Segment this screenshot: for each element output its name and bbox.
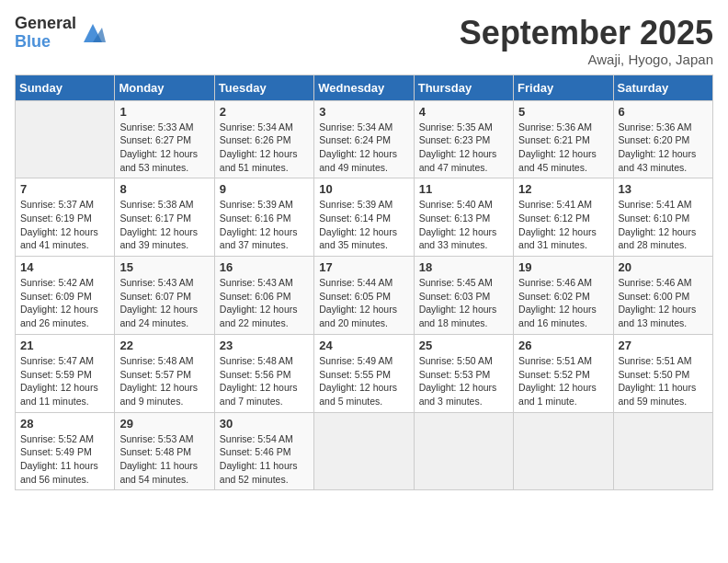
day-info: Sunrise: 5:41 AM Sunset: 6:12 PM Dayligh… bbox=[518, 198, 608, 252]
calendar-table: SundayMondayTuesdayWednesdayThursdayFrid… bbox=[15, 75, 713, 491]
calendar-cell: 13Sunrise: 5:41 AM Sunset: 6:10 PM Dayli… bbox=[613, 178, 712, 257]
day-number: 15 bbox=[119, 260, 209, 274]
day-info: Sunrise: 5:43 AM Sunset: 6:06 PM Dayligh… bbox=[220, 276, 309, 330]
calendar-cell: 26Sunrise: 5:51 AM Sunset: 5:52 PM Dayli… bbox=[514, 334, 613, 412]
day-number: 1 bbox=[119, 105, 209, 119]
logo-general: General bbox=[15, 15, 76, 33]
day-number: 20 bbox=[619, 260, 708, 274]
day-number: 27 bbox=[619, 339, 708, 352]
day-number: 14 bbox=[20, 260, 109, 274]
calendar-cell bbox=[514, 412, 613, 490]
calendar-cell: 19Sunrise: 5:46 AM Sunset: 6:02 PM Dayli… bbox=[514, 257, 613, 335]
day-info: Sunrise: 5:44 AM Sunset: 6:05 PM Dayligh… bbox=[319, 276, 408, 330]
title-block: September 2025 Awaji, Hyogo, Japan bbox=[460, 15, 713, 67]
calendar-cell: 9Sunrise: 5:39 AM Sunset: 6:16 PM Daylig… bbox=[214, 178, 313, 257]
calendar-cell bbox=[314, 412, 414, 490]
calendar-cell: 14Sunrise: 5:42 AM Sunset: 6:09 PM Dayli… bbox=[16, 257, 115, 335]
day-info: Sunrise: 5:51 AM Sunset: 5:50 PM Dayligh… bbox=[619, 354, 708, 408]
col-header-tuesday: Tuesday bbox=[214, 75, 313, 100]
calendar-cell: 28Sunrise: 5:52 AM Sunset: 5:49 PM Dayli… bbox=[16, 412, 115, 490]
day-number: 6 bbox=[619, 105, 708, 119]
calendar-cell: 7Sunrise: 5:37 AM Sunset: 6:19 PM Daylig… bbox=[16, 178, 115, 257]
day-number: 22 bbox=[119, 339, 209, 352]
calendar-cell: 15Sunrise: 5:43 AM Sunset: 6:07 PM Dayli… bbox=[115, 257, 214, 335]
day-info: Sunrise: 5:39 AM Sunset: 6:14 PM Dayligh… bbox=[319, 198, 408, 252]
calendar-cell: 5Sunrise: 5:36 AM Sunset: 6:21 PM Daylig… bbox=[514, 100, 613, 178]
calendar-cell: 6Sunrise: 5:36 AM Sunset: 6:20 PM Daylig… bbox=[613, 100, 712, 178]
day-number: 18 bbox=[419, 260, 508, 274]
day-info: Sunrise: 5:45 AM Sunset: 6:03 PM Dayligh… bbox=[419, 276, 508, 330]
day-info: Sunrise: 5:40 AM Sunset: 6:13 PM Dayligh… bbox=[419, 198, 508, 252]
day-number: 25 bbox=[419, 339, 508, 352]
page-header: General Blue September 2025 Awaji, Hyogo… bbox=[15, 15, 713, 67]
day-number: 4 bbox=[419, 105, 508, 119]
calendar-header-row: SundayMondayTuesdayWednesdayThursdayFrid… bbox=[16, 75, 713, 100]
day-number: 19 bbox=[518, 260, 608, 274]
day-info: Sunrise: 5:52 AM Sunset: 5:49 PM Dayligh… bbox=[20, 432, 109, 487]
week-row-1: 1Sunrise: 5:33 AM Sunset: 6:27 PM Daylig… bbox=[16, 100, 713, 178]
calendar-cell: 27Sunrise: 5:51 AM Sunset: 5:50 PM Dayli… bbox=[613, 334, 712, 412]
calendar-cell: 21Sunrise: 5:47 AM Sunset: 5:59 PM Dayli… bbox=[16, 334, 115, 412]
day-number: 29 bbox=[119, 417, 209, 431]
calendar-cell: 1Sunrise: 5:33 AM Sunset: 6:27 PM Daylig… bbox=[115, 100, 214, 178]
day-number: 9 bbox=[220, 182, 309, 196]
calendar-cell bbox=[613, 412, 712, 490]
week-row-3: 14Sunrise: 5:42 AM Sunset: 6:09 PM Dayli… bbox=[16, 257, 713, 335]
day-number: 24 bbox=[319, 339, 408, 352]
day-number: 17 bbox=[319, 260, 408, 274]
calendar-cell: 23Sunrise: 5:48 AM Sunset: 5:56 PM Dayli… bbox=[214, 334, 313, 412]
day-info: Sunrise: 5:35 AM Sunset: 6:23 PM Dayligh… bbox=[419, 121, 508, 175]
calendar-cell: 4Sunrise: 5:35 AM Sunset: 6:23 PM Daylig… bbox=[414, 100, 513, 178]
day-info: Sunrise: 5:33 AM Sunset: 6:27 PM Dayligh… bbox=[119, 121, 209, 175]
day-info: Sunrise: 5:34 AM Sunset: 6:26 PM Dayligh… bbox=[220, 121, 309, 175]
day-info: Sunrise: 5:34 AM Sunset: 6:24 PM Dayligh… bbox=[319, 121, 408, 175]
day-info: Sunrise: 5:50 AM Sunset: 5:53 PM Dayligh… bbox=[419, 354, 508, 408]
col-header-saturday: Saturday bbox=[613, 75, 712, 100]
calendar-cell: 17Sunrise: 5:44 AM Sunset: 6:05 PM Dayli… bbox=[314, 257, 414, 335]
calendar-cell: 24Sunrise: 5:49 AM Sunset: 5:55 PM Dayli… bbox=[314, 334, 414, 412]
day-info: Sunrise: 5:42 AM Sunset: 6:09 PM Dayligh… bbox=[20, 276, 109, 330]
logo-blue: Blue bbox=[15, 33, 76, 52]
calendar-cell: 3Sunrise: 5:34 AM Sunset: 6:24 PM Daylig… bbox=[314, 100, 414, 178]
day-number: 8 bbox=[119, 182, 209, 196]
day-number: 3 bbox=[319, 105, 408, 119]
day-info: Sunrise: 5:54 AM Sunset: 5:46 PM Dayligh… bbox=[220, 432, 309, 487]
day-info: Sunrise: 5:38 AM Sunset: 6:17 PM Dayligh… bbox=[119, 198, 209, 252]
calendar-cell: 2Sunrise: 5:34 AM Sunset: 6:26 PM Daylig… bbox=[214, 100, 313, 178]
logo-text: General Blue bbox=[15, 15, 76, 52]
calendar-cell: 16Sunrise: 5:43 AM Sunset: 6:06 PM Dayli… bbox=[214, 257, 313, 335]
day-number: 10 bbox=[319, 182, 408, 196]
calendar-cell: 22Sunrise: 5:48 AM Sunset: 5:57 PM Dayli… bbox=[115, 334, 214, 412]
col-header-wednesday: Wednesday bbox=[314, 75, 414, 100]
calendar-cell: 11Sunrise: 5:40 AM Sunset: 6:13 PM Dayli… bbox=[414, 178, 513, 257]
day-number: 26 bbox=[518, 339, 608, 352]
week-row-5: 28Sunrise: 5:52 AM Sunset: 5:49 PM Dayli… bbox=[16, 412, 713, 490]
col-header-thursday: Thursday bbox=[414, 75, 513, 100]
day-number: 30 bbox=[220, 417, 309, 431]
day-number: 13 bbox=[619, 182, 708, 196]
day-number: 21 bbox=[20, 339, 109, 352]
day-info: Sunrise: 5:48 AM Sunset: 5:56 PM Dayligh… bbox=[220, 354, 309, 408]
day-info: Sunrise: 5:36 AM Sunset: 6:20 PM Dayligh… bbox=[619, 121, 708, 175]
calendar-cell: 12Sunrise: 5:41 AM Sunset: 6:12 PM Dayli… bbox=[514, 178, 613, 257]
logo-icon bbox=[80, 20, 106, 46]
day-number: 23 bbox=[220, 339, 309, 352]
calendar-cell: 18Sunrise: 5:45 AM Sunset: 6:03 PM Dayli… bbox=[414, 257, 513, 335]
month-title: September 2025 bbox=[460, 15, 713, 52]
day-info: Sunrise: 5:49 AM Sunset: 5:55 PM Dayligh… bbox=[319, 354, 408, 408]
calendar-cell: 29Sunrise: 5:53 AM Sunset: 5:48 PM Dayli… bbox=[115, 412, 214, 490]
day-info: Sunrise: 5:36 AM Sunset: 6:21 PM Dayligh… bbox=[518, 121, 608, 175]
calendar-cell bbox=[16, 100, 115, 178]
day-info: Sunrise: 5:48 AM Sunset: 5:57 PM Dayligh… bbox=[119, 354, 209, 408]
calendar-cell: 10Sunrise: 5:39 AM Sunset: 6:14 PM Dayli… bbox=[314, 178, 414, 257]
day-info: Sunrise: 5:51 AM Sunset: 5:52 PM Dayligh… bbox=[518, 354, 608, 408]
week-row-4: 21Sunrise: 5:47 AM Sunset: 5:59 PM Dayli… bbox=[16, 334, 713, 412]
week-row-2: 7Sunrise: 5:37 AM Sunset: 6:19 PM Daylig… bbox=[16, 178, 713, 257]
col-header-sunday: Sunday bbox=[16, 75, 115, 100]
calendar-cell: 8Sunrise: 5:38 AM Sunset: 6:17 PM Daylig… bbox=[115, 178, 214, 257]
day-number: 5 bbox=[518, 105, 608, 119]
location: Awaji, Hyogo, Japan bbox=[460, 52, 713, 67]
logo: General Blue bbox=[15, 15, 106, 52]
day-info: Sunrise: 5:37 AM Sunset: 6:19 PM Dayligh… bbox=[20, 198, 109, 252]
calendar-cell: 20Sunrise: 5:46 AM Sunset: 6:00 PM Dayli… bbox=[613, 257, 712, 335]
